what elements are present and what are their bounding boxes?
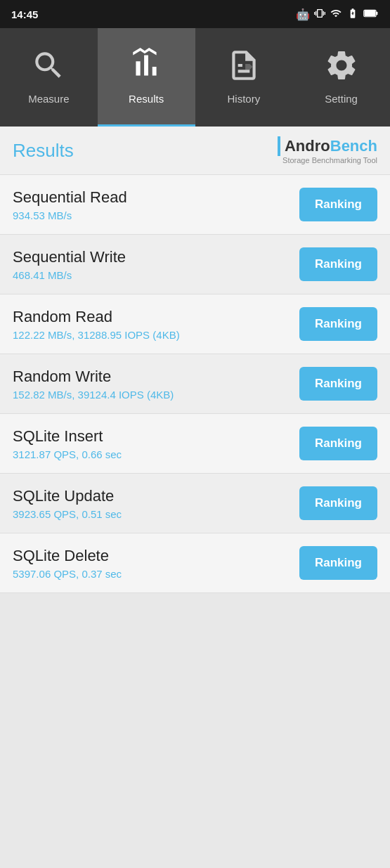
- result-row: Sequential Write468.41 MB/sRanking: [0, 235, 390, 294]
- result-row: Sequential Read934.53 MB/sRanking: [0, 175, 390, 235]
- brand-logo: AndroBench Storage Benchmarking Tool: [278, 136, 377, 164]
- nav-item-measure[interactable]: Measure: [0, 28, 98, 127]
- nav-label-history: History: [228, 93, 261, 105]
- result-value: 3923.65 QPS, 0.51 sec: [13, 508, 122, 520]
- result-value: 934.53 MB/s: [13, 209, 127, 221]
- status-icons: 🤖: [296, 8, 379, 21]
- search-icon: [31, 48, 66, 87]
- bottom-area: [0, 593, 390, 734]
- result-name: Sequential Read: [13, 188, 127, 207]
- result-name: Random Read: [13, 308, 180, 326]
- result-value: 3121.87 QPS, 0.66 sec: [13, 448, 122, 460]
- result-name: SQLite Insert: [13, 427, 122, 446]
- result-row: SQLite Insert3121.87 QPS, 0.66 secRankin…: [0, 414, 390, 474]
- result-info: SQLite Update3923.65 QPS, 0.51 sec: [13, 487, 122, 520]
- svg-rect-1: [376, 11, 377, 15]
- nav-bar: Measure Results History Setting: [0, 28, 390, 127]
- result-name: Sequential Write: [13, 248, 126, 266]
- results-list: Sequential Read934.53 MB/sRankingSequent…: [0, 175, 390, 593]
- nav-item-setting[interactable]: Setting: [292, 28, 390, 127]
- result-row: Random Read122.22 MB/s, 31288.95 IOPS (4…: [0, 294, 390, 354]
- result-value: 5397.06 QPS, 0.37 sec: [13, 568, 122, 580]
- results-header: Results AndroBench Storage Benchmarking …: [0, 127, 390, 175]
- battery-charging-icon: [346, 8, 359, 21]
- brand-tagline: Storage Benchmarking Tool: [282, 156, 377, 164]
- brand-bar: [278, 136, 280, 156]
- ranking-button[interactable]: Ranking: [299, 486, 377, 520]
- result-row: Random Write152.82 MB/s, 39124.4 IOPS (4…: [0, 354, 390, 414]
- result-name: SQLite Delete: [13, 547, 122, 565]
- nav-label-setting: Setting: [325, 93, 358, 105]
- chart-icon: [129, 48, 164, 87]
- ranking-button[interactable]: Ranking: [299, 367, 377, 401]
- document-icon: [226, 48, 261, 87]
- nav-label-results: Results: [129, 93, 164, 105]
- result-value: 122.22 MB/s, 31288.95 IOPS (4KB): [13, 329, 180, 341]
- result-info: Sequential Read934.53 MB/s: [13, 188, 127, 221]
- ranking-button[interactable]: Ranking: [299, 188, 377, 221]
- result-row: SQLite Update3923.65 QPS, 0.51 secRankin…: [0, 474, 390, 533]
- brand-name: AndroBench: [285, 137, 377, 155]
- result-name: Random Write: [13, 368, 174, 386]
- nav-label-measure: Measure: [28, 93, 69, 105]
- battery-icon: [363, 8, 379, 20]
- result-info: SQLite Delete5397.06 QPS, 0.37 sec: [13, 547, 122, 580]
- result-info: Random Write152.82 MB/s, 39124.4 IOPS (4…: [13, 368, 174, 401]
- status-time: 14:45: [11, 8, 38, 20]
- android-icon: 🤖: [296, 8, 310, 21]
- result-value: 468.41 MB/s: [13, 269, 126, 281]
- results-title: Results: [13, 140, 74, 162]
- result-row: SQLite Delete5397.06 QPS, 0.37 secRankin…: [0, 533, 390, 593]
- brand-bench: Bench: [330, 137, 377, 155]
- nav-item-history[interactable]: History: [195, 28, 293, 127]
- ranking-button[interactable]: Ranking: [299, 427, 377, 460]
- vibrate-icon: [314, 8, 325, 21]
- result-info: Random Read122.22 MB/s, 31288.95 IOPS (4…: [13, 308, 180, 341]
- ranking-button[interactable]: Ranking: [299, 307, 377, 341]
- result-info: Sequential Write468.41 MB/s: [13, 248, 126, 281]
- brand-andro: Andro: [285, 137, 330, 155]
- status-bar: 14:45 🤖: [0, 0, 390, 28]
- ranking-button[interactable]: Ranking: [299, 546, 377, 580]
- ranking-button[interactable]: Ranking: [299, 247, 377, 281]
- nav-item-results[interactable]: Results: [98, 28, 195, 127]
- svg-rect-2: [365, 11, 376, 16]
- result-info: SQLite Insert3121.87 QPS, 0.66 sec: [13, 427, 122, 460]
- gear-icon: [324, 48, 359, 87]
- result-value: 152.82 MB/s, 39124.4 IOPS (4KB): [13, 389, 174, 401]
- wifi-icon: [330, 8, 342, 21]
- result-name: SQLite Update: [13, 487, 122, 505]
